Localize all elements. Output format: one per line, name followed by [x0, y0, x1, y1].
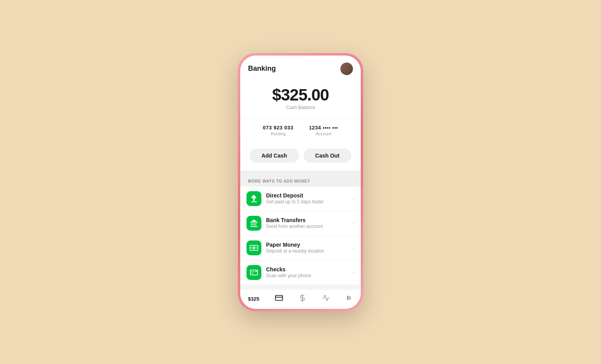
account-label: Account [309, 131, 338, 136]
bank-transfers-icon [250, 219, 258, 228]
add-cash-button[interactable]: Add Cash [250, 149, 299, 163]
bitcoin-icon [345, 294, 353, 304]
checks-chevron: › [353, 269, 354, 276]
checks-text: Checks Scan with your phone [266, 266, 353, 278]
checks-icon [250, 268, 258, 277]
paper-money-chevron: › [353, 245, 354, 251]
svg-point-3 [256, 247, 257, 248]
phone-frame: Banking $325.00 Cash Balance 073 923 033… [238, 53, 363, 311]
avatar-image [340, 63, 353, 75]
dollar-icon [299, 294, 306, 304]
balance-label: Cash Balance [248, 105, 353, 110]
account-info-item: 1234 •••• ••• Account [309, 125, 338, 136]
routing-info: 073 923 033 Routing [263, 125, 293, 136]
card-icon [275, 294, 283, 304]
routing-label: Routing [263, 131, 293, 136]
direct-deposit-item[interactable]: Direct Deposit Get paid up to 2 days fas… [240, 186, 361, 211]
nav-card[interactable] [275, 294, 283, 304]
nav-balance-amount: $325 [248, 296, 259, 302]
direct-deposit-chevron: › [353, 195, 354, 202]
page-title: Banking [248, 65, 276, 73]
bottom-nav: $325 [240, 289, 361, 309]
paper-money-icon-bg [247, 240, 261, 255]
direct-deposit-icon [250, 194, 258, 203]
paper-money-text: Paper Money Deposit at a nearby location [266, 242, 353, 254]
bank-transfers-text: Bank Transfers Send from another account [266, 217, 353, 229]
nav-dollar[interactable] [299, 294, 306, 304]
header: Banking [240, 56, 361, 79]
paper-money-subtitle: Deposit at a nearby location [266, 248, 353, 254]
direct-deposit-title: Direct Deposit [266, 192, 353, 199]
bank-transfers-icon-bg [247, 216, 261, 231]
more-ways-section: MORE WAYS TO ADD MONEY Direct Deposit Ge… [240, 174, 361, 289]
svg-rect-5 [275, 295, 283, 300]
paper-money-icon [250, 244, 258, 252]
svg-point-1 [253, 247, 255, 249]
cash-out-button[interactable]: Cash Out [304, 149, 351, 163]
bank-transfers-subtitle: Send from another account [266, 224, 353, 229]
direct-deposit-icon-bg [247, 191, 261, 206]
section-divider [240, 170, 361, 174]
action-buttons: Add Cash Cash Out [240, 142, 361, 170]
nav-balance[interactable]: $325 [248, 296, 259, 302]
account-info: 073 923 033 Routing 1234 •••• ••• Accoun… [240, 118, 361, 142]
bank-transfers-title: Bank Transfers [266, 217, 353, 223]
svg-point-2 [251, 247, 252, 248]
direct-deposit-text: Direct Deposit Get paid up to 2 days fas… [266, 192, 353, 204]
checks-icon-bg [247, 265, 261, 280]
phone-screen: Banking $325.00 Cash Balance 073 923 033… [240, 56, 361, 309]
direct-deposit-subtitle: Get paid up to 2 days faster [266, 199, 353, 204]
checks-title: Checks [266, 266, 353, 273]
bank-transfers-chevron: › [353, 220, 354, 226]
checks-subtitle: Scan with your phone [266, 273, 353, 278]
activity-icon [322, 294, 330, 304]
paper-money-title: Paper Money [266, 242, 353, 248]
section-header: MORE WAYS TO ADD MONEY [240, 174, 361, 186]
balance-section: $325.00 Cash Balance [240, 79, 361, 118]
bank-transfers-item[interactable]: Bank Transfers Send from another account… [240, 211, 361, 236]
svg-rect-4 [250, 270, 257, 275]
account-number: 1234 •••• ••• [309, 125, 338, 131]
nav-bitcoin[interactable] [345, 294, 353, 304]
checks-item[interactable]: Checks Scan with your phone › [240, 260, 361, 285]
avatar[interactable] [340, 63, 353, 75]
routing-number: 073 923 033 [263, 125, 293, 131]
balance-amount: $325.00 [248, 87, 353, 103]
nav-activity[interactable] [322, 294, 330, 304]
paper-money-item[interactable]: Paper Money Deposit at a nearby location… [240, 236, 361, 260]
